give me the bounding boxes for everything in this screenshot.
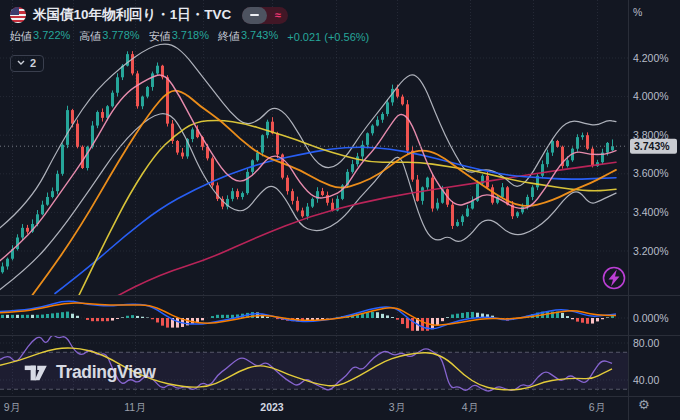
tradingview-logo[interactable]: TradingView [24,362,155,383]
ohlc-close: 終値3.743% [218,29,278,44]
y-axis-label: 4.200% [633,52,669,64]
settings-icon[interactable]: ⚙ [638,397,650,412]
x-axis-label: 11月 [124,401,145,413]
y-axis-label: 3.400% [633,206,669,218]
y-axis-label: 4.000% [633,90,669,102]
chart-root: %4.200%4.000%3.800%3.600%3.400%3.200%3.7… [0,0,680,420]
x-axis-label: 3月 [389,401,405,413]
symbol-row: 米国債10年物利回り・1日・TVC ≈ [10,5,369,25]
main-pane[interactable] [0,44,628,344]
indicators-collapse-badge[interactable]: 2 [10,55,44,72]
minus-icon[interactable] [242,7,267,24]
rsi-axis-label: 80.00 [633,337,659,349]
price-axis[interactable]: %4.200%4.000%3.800%3.600%3.400%3.200%3.7… [630,6,677,386]
macd-line [0,301,616,328]
waves-icon[interactable]: ≈ [267,7,288,24]
chart-header: 米国債10年物利回り・1日・TVC ≈ 始値3.722% 高値3.778% 安値… [10,5,369,72]
rsi-axis-label: 40.00 [633,374,659,386]
time-axis[interactable]: 9月11月20233月4月6月 [4,401,605,413]
y-axis-label: 3.600% [633,167,669,179]
candles-series [1,51,614,274]
open-value: 3.722% [33,29,70,44]
x-axis-label: 6月 [589,401,605,413]
ohlc-open: 始値3.722% [10,29,70,44]
macd-zero-label: 0.000% [633,312,669,324]
indicator-count: 2 [30,57,36,69]
open-label: 始値 [10,29,32,44]
x-axis-label: 9月 [4,401,20,413]
ohlc-high: 高値3.778% [79,29,139,44]
y-axis-label: 3.200% [633,245,669,257]
ma-200-blue-line [55,147,616,293]
close-label: 終値 [218,29,240,44]
x-axis-label: 4月 [462,401,478,413]
lightning-mode-icon[interactable] [604,268,625,289]
symbol-title[interactable]: 米国債10年物利回り・1日・TVC [33,6,231,24]
low-value: 3.718% [172,29,209,44]
tradingview-mark-icon [24,364,49,382]
close-value: 3.743% [241,29,278,44]
us-flag-icon [10,7,26,23]
tradingview-logo-text: TradingView [56,362,155,383]
x-axis-label: 2023 [260,401,284,413]
macd-pane[interactable] [0,301,616,330]
high-label: 高値 [79,29,101,44]
last-price-tag-text: 3.743% [634,140,670,152]
ma-100-yellow-line [55,120,616,343]
chart-style-toggle[interactable]: ≈ [242,7,288,24]
high-value: 3.778% [102,29,139,44]
indicator-row: 2 [10,51,369,72]
bollinger-basis-line [0,75,616,261]
axis-unit-label: % [633,6,642,18]
ohlc-low: 安値3.718% [149,29,209,44]
chevron-down-icon [17,60,25,65]
low-label: 安値 [149,29,171,44]
change-value: +0.021 (+0.56%) [287,31,369,43]
ohlc-row: 始値3.722% 高値3.778% 安値3.718% 終値3.743% +0.0… [10,29,369,44]
